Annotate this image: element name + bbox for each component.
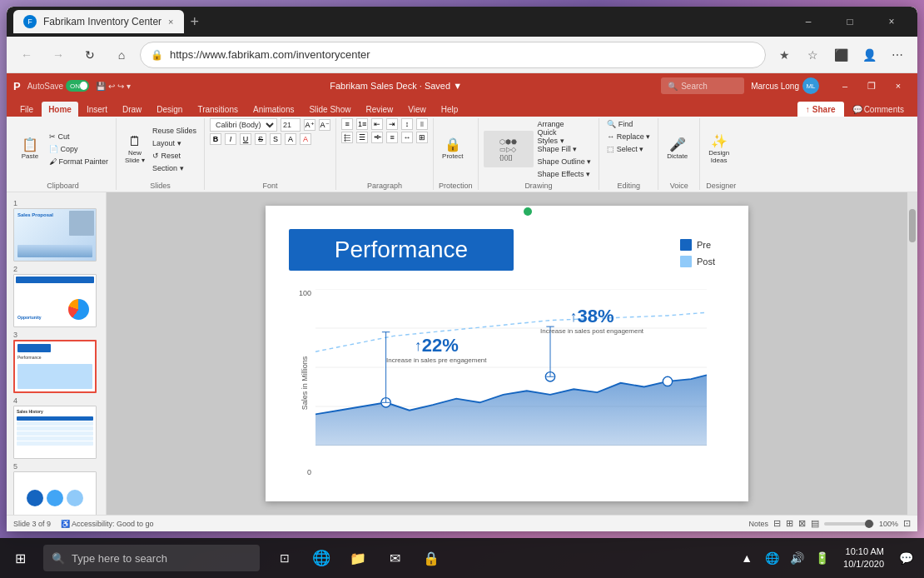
save-icon[interactable]: 💾 xyxy=(96,82,106,91)
font-size-input[interactable] xyxy=(281,118,301,132)
font-increase-button[interactable]: A⁺ xyxy=(304,119,315,131)
replace-button[interactable]: ↔ Replace ▾ xyxy=(604,131,653,142)
menu-tab-design[interactable]: Design xyxy=(150,102,189,117)
cut-button[interactable]: ✂ Cut xyxy=(47,131,111,142)
decrease-indent-button[interactable]: ⇤ xyxy=(371,118,383,130)
line-spacing-button[interactable]: ↕ xyxy=(401,118,413,130)
slide-thumb-4[interactable]: 4 Sales History xyxy=(13,396,99,459)
undo-icon[interactable]: ↩ xyxy=(108,82,115,91)
slide-thumb-5[interactable]: 5 xyxy=(13,462,99,515)
browser-tab-close[interactable]: × xyxy=(168,17,173,27)
layout-button[interactable]: Layout ▾ xyxy=(150,137,199,149)
smartart-button[interactable]: ⊞ xyxy=(416,132,428,143)
profile-icon[interactable]: 👤 xyxy=(856,42,882,68)
font-color-button[interactable]: A xyxy=(300,133,311,145)
refresh-button[interactable]: ↻ xyxy=(77,42,103,68)
ppt-minimize-button[interactable]: – xyxy=(832,77,857,94)
new-slide-button[interactable]: 🗒 NewSlide ▾ xyxy=(122,131,148,167)
scrollbar-thumb[interactable] xyxy=(909,209,916,242)
comments-button[interactable]: 💬 Comments xyxy=(846,102,911,117)
slide-canvas[interactable]: Performance Pre Post xyxy=(266,206,748,501)
dictate-button[interactable]: 🎤 Dictate xyxy=(663,131,691,167)
forward-button[interactable]: → xyxy=(45,42,72,68)
shape-fill-button[interactable]: Shape Fill ▾ xyxy=(535,143,594,155)
menu-tab-file[interactable]: File xyxy=(13,102,40,117)
outline-view-button[interactable]: ⊞ xyxy=(786,518,793,529)
address-bar[interactable]: 🔒 https://www.fabrikam.com/inventorycent… xyxy=(140,42,766,68)
strikethrough-button[interactable]: S xyxy=(255,133,266,145)
slide-title-box[interactable]: Performance xyxy=(289,229,514,271)
edge-browser-icon[interactable]: 🌐 xyxy=(306,543,336,573)
share-button[interactable]: ↑ Share xyxy=(797,102,844,117)
justify-button[interactable]: ≡ xyxy=(386,132,398,143)
text-direction-button[interactable]: ↔ xyxy=(401,132,413,143)
italic-button[interactable]: I xyxy=(225,133,236,145)
increase-indent-button[interactable]: ⇥ xyxy=(386,118,398,130)
vertical-scrollbar[interactable] xyxy=(907,192,917,515)
notes-button[interactable]: Notes xyxy=(748,520,768,528)
format-painter-button[interactable]: 🖌 Format Painter xyxy=(47,156,111,167)
ppt-search[interactable]: 🔍 Search xyxy=(661,77,744,94)
quick-styles-button[interactable]: QuickStyles ▾ xyxy=(535,131,594,142)
menu-tab-slideshow[interactable]: Slide Show xyxy=(302,102,357,117)
ppt-restore-button[interactable]: ❐ xyxy=(859,77,884,94)
task-view-button[interactable]: ⊡ xyxy=(270,543,300,573)
shapes-palette[interactable]: ⬡⬢⬣▭▷◇{}()[] xyxy=(484,131,534,167)
slide-thumb-1[interactable]: 1 Sales Proposal xyxy=(13,199,99,262)
numbering-button[interactable]: 1≡ xyxy=(356,118,368,130)
show-desktop-button[interactable]: ▲ xyxy=(735,546,758,570)
menu-tab-help[interactable]: Help xyxy=(435,102,465,117)
fit-page-button[interactable]: ⊡ xyxy=(903,518,911,529)
char-spacing-button[interactable]: A xyxy=(285,133,296,145)
slide-thumb-3[interactable]: 3 Performance xyxy=(13,331,99,393)
browser-tab[interactable]: F Fabrikam Inventory Center × xyxy=(13,10,184,33)
read-aloud-icon[interactable]: ☆ xyxy=(799,42,826,68)
canvas-area[interactable]: Performance Pre Post xyxy=(107,192,907,515)
ppt-close-button[interactable]: × xyxy=(886,77,911,94)
columns-button[interactable]: ⫴ xyxy=(416,118,428,130)
paste-button[interactable]: 📋 Paste xyxy=(15,131,45,167)
text-shadow-button[interactable]: S xyxy=(270,133,281,145)
font-name-select[interactable]: Calibri (Body) xyxy=(210,118,277,132)
protect-button[interactable]: 🔒 Protect xyxy=(439,131,466,167)
bullets-button[interactable]: ≡ xyxy=(341,118,353,130)
zoom-thumb[interactable] xyxy=(865,520,873,528)
slide-view-button[interactable]: ⊟ xyxy=(773,518,781,529)
home-button[interactable]: ⌂ xyxy=(108,42,135,68)
quick-access-more[interactable]: ▾ xyxy=(127,82,131,91)
store-icon[interactable]: 🔒 xyxy=(416,543,446,573)
copy-button[interactable]: 📄 Copy xyxy=(47,143,111,155)
menu-tab-review[interactable]: Review xyxy=(359,102,400,117)
design-ideas-button[interactable]: ✨ DesignIdeas xyxy=(705,131,733,167)
align-left-button[interactable]: ⬱ xyxy=(341,132,353,143)
file-explorer-icon[interactable]: 📁 xyxy=(343,543,373,573)
favorites-icon[interactable]: ★ xyxy=(771,42,797,68)
shape-outline-button[interactable]: Shape Outline ▾ xyxy=(535,156,594,167)
volume-icon[interactable]: 🔊 xyxy=(785,546,808,570)
presenter-view-button[interactable]: ▤ xyxy=(811,518,819,529)
browser-maximize-button[interactable]: □ xyxy=(831,8,869,35)
slide-thumb-2[interactable]: 2 Opportunity xyxy=(13,265,99,327)
back-button[interactable]: ← xyxy=(13,42,40,68)
reset-button[interactable]: ↺ Reset xyxy=(150,150,199,162)
menu-tab-view[interactable]: View xyxy=(401,102,433,117)
taskbar-search[interactable]: 🔍 Type here to search xyxy=(43,545,260,571)
menu-tab-transitions[interactable]: Transitions xyxy=(191,102,245,117)
taskbar-clock[interactable]: 10:10 AM 10/1/2020 xyxy=(837,546,891,571)
collections-icon[interactable]: ⬛ xyxy=(827,42,854,68)
settings-icon[interactable]: ⋯ xyxy=(884,42,911,68)
find-button[interactable]: 🔍 Find xyxy=(604,118,653,130)
mail-icon[interactable]: ✉ xyxy=(380,543,410,573)
browser-minimize-button[interactable]: – xyxy=(789,8,827,35)
browser-close-button[interactable]: × xyxy=(872,8,911,35)
align-center-button[interactable]: ☰ xyxy=(356,132,368,143)
notification-icon[interactable]: 💬 xyxy=(894,546,917,570)
align-right-button[interactable]: ⬲ xyxy=(371,132,383,143)
network-icon[interactable]: 🌐 xyxy=(760,546,783,570)
underline-button[interactable]: U xyxy=(240,133,251,145)
reuse-slides-button[interactable]: Reuse Slides xyxy=(150,125,199,137)
section-button[interactable]: Section ▾ xyxy=(150,162,199,174)
menu-tab-home[interactable]: Home xyxy=(42,102,78,117)
menu-tab-insert[interactable]: Insert xyxy=(80,102,114,117)
autosave-toggle[interactable]: ON xyxy=(66,80,89,92)
